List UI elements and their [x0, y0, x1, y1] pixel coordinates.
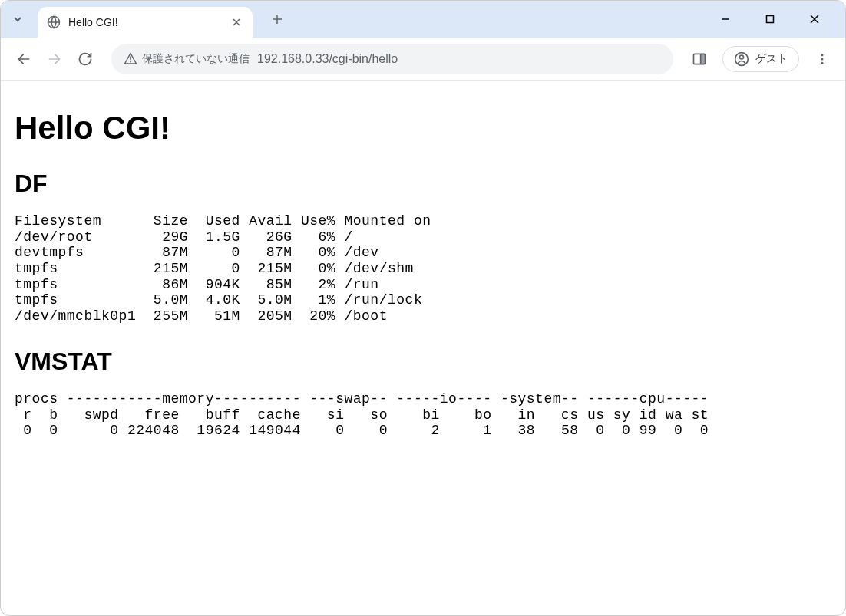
panel-icon: [692, 51, 707, 67]
toolbar-right: ゲスト: [686, 45, 836, 73]
df-output: Filesystem Size Used Avail Use% Mounted …: [15, 213, 831, 324]
browser-titlebar: Hello CGI!: [1, 1, 845, 38]
page-heading: Hello CGI!: [15, 110, 831, 147]
vmstat-output: procs -----------memory---------- ---swa…: [15, 391, 831, 439]
address-bar[interactable]: 保護されていない通信 192.168.0.33/cgi-bin/hello: [111, 44, 673, 74]
reload-icon: [78, 51, 93, 67]
new-tab-button[interactable]: [266, 8, 288, 30]
kebab-menu-icon: [815, 52, 829, 66]
page-content: Hello CGI! DF Filesystem Size Used Avail…: [1, 81, 845, 453]
window-controls: [710, 7, 839, 31]
svg-point-6: [821, 54, 824, 56]
guest-label: ゲスト: [755, 52, 788, 66]
maximize-button[interactable]: [755, 7, 785, 31]
browser-tab[interactable]: Hello CGI!: [38, 7, 253, 38]
close-icon: [232, 18, 241, 27]
globe-icon: [47, 15, 61, 29]
reload-button[interactable]: [71, 45, 99, 73]
menu-button[interactable]: [808, 45, 836, 73]
close-icon: [809, 14, 820, 25]
url-text: 192.168.0.33/cgi-bin/hello: [257, 52, 398, 66]
security-indicator[interactable]: 保護されていない通信: [124, 52, 250, 66]
forward-button[interactable]: [41, 45, 68, 73]
user-icon: [734, 51, 749, 67]
profile-button[interactable]: ゲスト: [722, 46, 799, 72]
back-button[interactable]: [10, 45, 38, 73]
maximize-icon: [765, 15, 775, 24]
svg-rect-1: [767, 16, 774, 23]
security-text: 保護されていない通信: [142, 52, 250, 66]
close-tab-button[interactable]: [230, 15, 243, 29]
tab-search-dropdown[interactable]: [7, 8, 28, 30]
warning-icon: [124, 52, 137, 66]
plus-icon: [272, 14, 283, 25]
side-panel-button[interactable]: [686, 45, 713, 73]
chevron-down-icon: [13, 15, 22, 24]
df-heading: DF: [15, 170, 831, 198]
minimize-icon: [721, 15, 730, 24]
svg-point-5: [740, 55, 744, 59]
vmstat-heading: VMSTAT: [15, 348, 831, 376]
arrow-left-icon: [16, 51, 31, 67]
close-window-button[interactable]: [799, 7, 830, 31]
arrow-right-icon: [47, 51, 62, 67]
tab-title: Hello CGI!: [68, 16, 230, 28]
svg-rect-3: [701, 54, 706, 64]
svg-point-8: [821, 61, 824, 64]
minimize-button[interactable]: [710, 7, 741, 31]
svg-point-7: [821, 58, 824, 60]
browser-toolbar: 保護されていない通信 192.168.0.33/cgi-bin/hello ゲス…: [1, 38, 845, 81]
